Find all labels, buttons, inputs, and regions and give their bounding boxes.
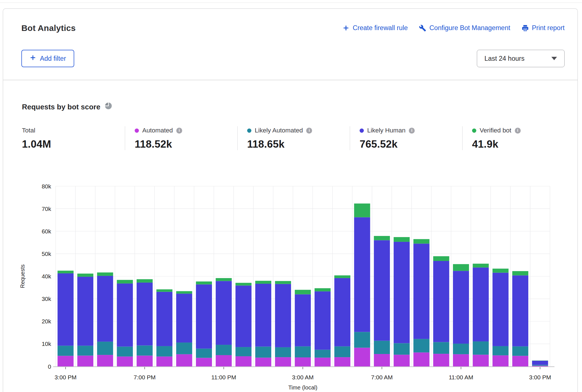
bar-segment-automated[interactable] xyxy=(394,355,410,366)
bar-segment-verified-bot[interactable] xyxy=(473,264,489,268)
bar-segment-automated[interactable] xyxy=(354,348,370,366)
bar-segment-likely-automated[interactable] xyxy=(156,346,172,357)
bar-segment-verified-bot[interactable] xyxy=(334,275,350,278)
info-icon[interactable]: i xyxy=(176,128,182,134)
bar-segment-likely-automated[interactable] xyxy=(137,345,153,355)
bar-segment-likely-human[interactable] xyxy=(216,281,232,345)
bar-segment-automated[interactable] xyxy=(473,355,489,366)
bar-segment-likely-automated[interactable] xyxy=(176,343,192,354)
bar-segment-verified-bot[interactable] xyxy=(413,239,429,244)
print-report-link[interactable]: Print report xyxy=(522,24,565,32)
bar-segment-likely-automated[interactable] xyxy=(255,346,271,357)
bar-segment-likely-human[interactable] xyxy=(255,284,271,347)
bar-segment-automated[interactable] xyxy=(413,352,429,366)
bar-segment-likely-human[interactable] xyxy=(354,217,370,332)
bar-segment-likely-human[interactable] xyxy=(97,276,113,342)
bar-segment-likely-human[interactable] xyxy=(176,294,192,343)
bar-segment-verified-bot[interactable] xyxy=(236,283,252,286)
bar-segment-verified-bot[interactable] xyxy=(354,204,370,217)
bar-segment-automated[interactable] xyxy=(117,357,133,366)
bar-segment-automated[interactable] xyxy=(236,356,252,366)
bar-segment-automated[interactable] xyxy=(453,354,469,366)
bar-segment-likely-automated[interactable] xyxy=(512,346,528,356)
bar-segment-verified-bot[interactable] xyxy=(433,256,449,261)
bar-segment-automated[interactable] xyxy=(374,354,390,366)
bar-segment-likely-human[interactable] xyxy=(156,292,172,346)
bar-segment-likely-human[interactable] xyxy=(137,283,153,346)
bar-segment-likely-automated[interactable] xyxy=(354,332,370,348)
bar-segment-likely-human[interactable] xyxy=(196,284,212,348)
bar-segment-likely-human[interactable] xyxy=(493,273,509,346)
bar-segment-likely-automated[interactable] xyxy=(117,346,133,356)
bar-segment-likely-automated[interactable] xyxy=(413,339,429,352)
bar-segment-verified-bot[interactable] xyxy=(58,271,74,273)
bar-segment-automated[interactable] xyxy=(334,357,350,366)
bar-segment-likely-human[interactable] xyxy=(295,294,311,346)
bar-segment-likely-human[interactable] xyxy=(334,278,350,346)
bar-segment-likely-human[interactable] xyxy=(58,273,74,346)
bar-segment-likely-automated[interactable] xyxy=(532,365,548,366)
bar-segment-verified-bot[interactable] xyxy=(137,279,153,283)
bar-segment-verified-bot[interactable] xyxy=(216,278,232,281)
bar-segment-automated[interactable] xyxy=(176,354,192,366)
bar-segment-likely-human[interactable] xyxy=(117,283,133,346)
bar-segment-likely-human[interactable] xyxy=(413,244,429,339)
bar-segment-likely-human[interactable] xyxy=(433,261,449,342)
bar-segment-automated[interactable] xyxy=(512,356,528,366)
bar-segment-likely-automated[interactable] xyxy=(473,341,489,355)
bar-segment-likely-human[interactable] xyxy=(453,271,469,344)
bar-segment-automated[interactable] xyxy=(216,355,232,366)
bar-segment-automated[interactable] xyxy=(433,354,449,366)
info-icon[interactable]: i xyxy=(409,128,415,134)
bar-segment-likely-human[interactable] xyxy=(532,361,548,365)
bar-segment-automated[interactable] xyxy=(58,356,74,366)
bar-segment-automated[interactable] xyxy=(532,366,548,366)
requests-by-bot-score-chart[interactable]: 010k20k30k40k50k60k70k80k3:00 PM7:00 PM1… xyxy=(17,177,565,392)
bar-segment-verified-bot[interactable] xyxy=(295,290,311,294)
bar-segment-verified-bot[interactable] xyxy=(394,237,410,242)
bar-segment-likely-automated[interactable] xyxy=(216,345,232,355)
bar-segment-verified-bot[interactable] xyxy=(275,281,291,284)
bar-segment-verified-bot[interactable] xyxy=(532,361,548,361)
bar-segment-verified-bot[interactable] xyxy=(117,280,133,283)
create-firewall-rule-link[interactable]: Create firewall rule xyxy=(342,24,408,32)
bar-segment-verified-bot[interactable] xyxy=(453,264,469,271)
bar-segment-verified-bot[interactable] xyxy=(156,289,172,292)
bar-segment-automated[interactable] xyxy=(97,355,113,366)
bar-segment-likely-automated[interactable] xyxy=(374,341,390,354)
bar-segment-automated[interactable] xyxy=(196,358,212,366)
bar-segment-verified-bot[interactable] xyxy=(255,281,271,284)
add-filter-button[interactable]: Add filter xyxy=(21,50,74,67)
bar-segment-likely-automated[interactable] xyxy=(394,343,410,355)
bar-segment-automated[interactable] xyxy=(137,356,153,366)
bar-segment-likely-human[interactable] xyxy=(77,277,93,346)
bar-segment-automated[interactable] xyxy=(295,357,311,366)
bar-segment-likely-human[interactable] xyxy=(315,291,331,350)
bar-segment-likely-human[interactable] xyxy=(374,240,390,341)
bar-segment-verified-bot[interactable] xyxy=(77,274,93,277)
bar-segment-likely-human[interactable] xyxy=(275,284,291,347)
bar-segment-likely-automated[interactable] xyxy=(433,342,449,354)
bar-segment-automated[interactable] xyxy=(77,356,93,366)
bar-segment-automated[interactable] xyxy=(315,358,331,366)
bar-segment-likely-automated[interactable] xyxy=(77,346,93,355)
bar-segment-likely-human[interactable] xyxy=(512,275,528,346)
bar-segment-likely-automated[interactable] xyxy=(275,347,291,357)
info-icon[interactable]: i xyxy=(515,128,521,134)
bar-segment-verified-bot[interactable] xyxy=(493,269,509,272)
bar-segment-likely-automated[interactable] xyxy=(493,346,509,355)
bar-segment-automated[interactable] xyxy=(493,355,509,366)
bar-segment-automated[interactable] xyxy=(255,358,271,366)
bar-segment-automated[interactable] xyxy=(156,357,172,366)
bar-segment-likely-automated[interactable] xyxy=(295,346,311,357)
bar-segment-likely-automated[interactable] xyxy=(236,347,252,356)
bar-segment-likely-human[interactable] xyxy=(236,285,252,347)
bar-segment-verified-bot[interactable] xyxy=(374,236,390,240)
bar-segment-likely-human[interactable] xyxy=(473,267,489,341)
bar-segment-likely-automated[interactable] xyxy=(453,344,469,354)
bar-segment-automated[interactable] xyxy=(275,357,291,366)
bar-segment-verified-bot[interactable] xyxy=(176,291,192,294)
info-icon[interactable]: i xyxy=(306,128,312,134)
bar-segment-likely-automated[interactable] xyxy=(58,346,74,356)
bar-segment-verified-bot[interactable] xyxy=(315,288,331,291)
